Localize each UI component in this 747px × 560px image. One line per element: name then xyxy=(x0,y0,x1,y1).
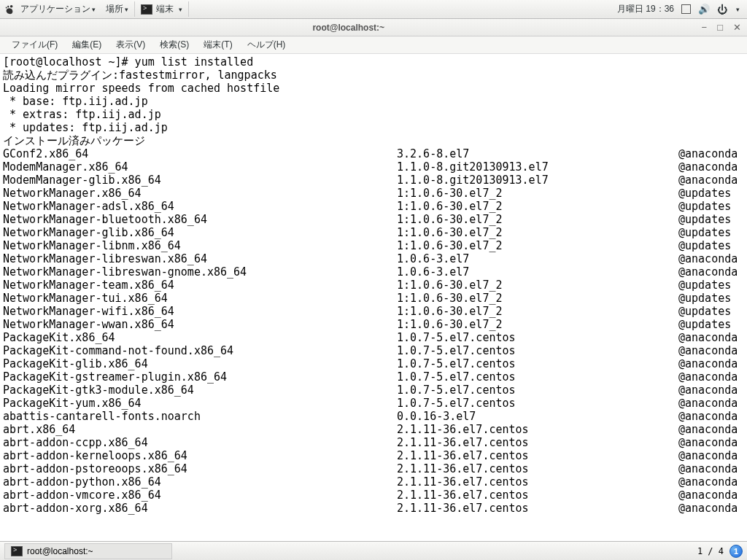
package-row: PackageKit-gtk3-module.x86_641.0.7-5.el7… xyxy=(3,384,744,397)
terminal-output[interactable]: [root@localhost ~]# yum list installed読み… xyxy=(0,54,747,541)
workspace-indicator[interactable]: 1 / 4 xyxy=(697,546,724,556)
package-row: NetworkManager-bluetooth.x86_641:1.0.6-3… xyxy=(3,213,744,226)
window-title: root@localhost:~ xyxy=(6,23,692,33)
package-row: NetworkManager-libnm.x86_641:1.0.6-30.el… xyxy=(3,239,744,252)
package-row: ModemManager-glib.x86_641.1.0-8.git20130… xyxy=(3,174,744,187)
package-row: NetworkManager-adsl.x86_641:1.0.6-30.el7… xyxy=(3,200,744,213)
package-row: PackageKit-yum.x86_641.0.7-5.el7.centos@… xyxy=(3,397,744,410)
menubar: ファイル(F)編集(E)表示(V)検索(S)端末(T)ヘルプ(H) xyxy=(0,36,747,54)
places-menu[interactable]: 場所▾ xyxy=(101,1,133,17)
package-row: PackageKit-command-not-found.x86_641.0.7… xyxy=(3,344,744,357)
minimize-button[interactable]: − xyxy=(702,22,708,33)
package-row: NetworkManager-wifi.x86_641:1.0.6-30.el7… xyxy=(3,305,744,318)
package-row: abrt.x86_642.1.11-36.el7.centos@anaconda xyxy=(3,423,744,436)
package-row: abrt-addon-kerneloops.x86_642.1.11-36.el… xyxy=(3,449,744,462)
menu-item[interactable]: ファイル(F) xyxy=(4,36,65,53)
bottom-panel: root@localhost:~ 1 / 4 1 xyxy=(0,541,747,560)
package-row: GConf2.x86_643.2.6-8.el7@anaconda xyxy=(3,147,744,160)
gnome-foot-icon xyxy=(4,4,15,15)
package-row: ModemManager.x86_641.1.0-8.git20130913.e… xyxy=(3,160,744,174)
taskbar-terminal[interactable]: 端末▾ xyxy=(134,1,189,17)
menu-item[interactable]: 表示(V) xyxy=(109,36,152,53)
accessibility-icon[interactable] xyxy=(681,4,691,14)
notification-badge[interactable]: 1 xyxy=(729,545,743,558)
terminal-icon xyxy=(11,546,23,556)
package-row: PackageKit-glib.x86_641.0.7-5.el7.centos… xyxy=(3,357,744,370)
menu-item[interactable]: ヘルプ(H) xyxy=(240,36,293,53)
applications-menu[interactable]: アプリケーション▾ xyxy=(16,1,100,17)
clock[interactable]: 月曜日 19：36 xyxy=(617,3,674,15)
close-button[interactable]: ✕ xyxy=(733,22,741,33)
package-row: NetworkManager-libreswan-gnome.x86_641.0… xyxy=(3,265,744,279)
user-menu-icon[interactable]: ▾ xyxy=(736,6,740,13)
package-row: abrt-addon-python.x86_642.1.11-36.el7.ce… xyxy=(3,475,744,489)
top-panel: アプリケーション▾ 場所▾ 端末▾ 月曜日 19：36 ▾ xyxy=(0,0,747,19)
package-row: NetworkManager-glib.x86_641:1.0.6-30.el7… xyxy=(3,226,744,239)
menu-item[interactable]: 検索(S) xyxy=(152,36,196,53)
package-row: PackageKit-gstreamer-plugin.x86_641.0.7-… xyxy=(3,370,744,384)
taskbar-item[interactable]: root@localhost:~ xyxy=(4,543,172,559)
package-row: abrt-addon-ccpp.x86_642.1.11-36.el7.cent… xyxy=(3,436,744,449)
maximize-button[interactable]: □ xyxy=(717,22,723,33)
package-row: NetworkManager.x86_641:1.0.6-30.el7_2@up… xyxy=(3,187,744,200)
titlebar[interactable]: root@localhost:~ − □ ✕ xyxy=(0,19,747,36)
package-row: abrt-addon-vmcore.x86_642.1.11-36.el7.ce… xyxy=(3,489,744,502)
package-row: NetworkManager-tui.x86_641:1.0.6-30.el7_… xyxy=(3,292,744,305)
package-row: NetworkManager-wwan.x86_641:1.0.6-30.el7… xyxy=(3,318,744,331)
menu-item[interactable]: 編集(E) xyxy=(65,36,109,53)
package-row: abattis-cantarell-fonts.noarch0.0.16-3.e… xyxy=(3,410,744,423)
terminal-icon xyxy=(141,4,152,15)
package-row: NetworkManager-libreswan.x86_641.0.6-3.e… xyxy=(3,252,744,265)
volume-icon[interactable] xyxy=(698,4,710,15)
package-row: PackageKit.x86_641.0.7-5.el7.centos@anac… xyxy=(3,331,744,344)
terminal-window: root@localhost:~ − □ ✕ ファイル(F)編集(E)表示(V)… xyxy=(0,19,747,541)
power-icon[interactable] xyxy=(717,4,727,15)
menu-item[interactable]: 端末(T) xyxy=(196,36,239,53)
package-row: NetworkManager-team.x86_641:1.0.6-30.el7… xyxy=(3,279,744,292)
package-row: abrt-addon-xorg.x86_642.1.11-36.el7.cent… xyxy=(3,502,744,515)
package-row: abrt-addon-pstoreoops.x86_642.1.11-36.el… xyxy=(3,462,744,475)
